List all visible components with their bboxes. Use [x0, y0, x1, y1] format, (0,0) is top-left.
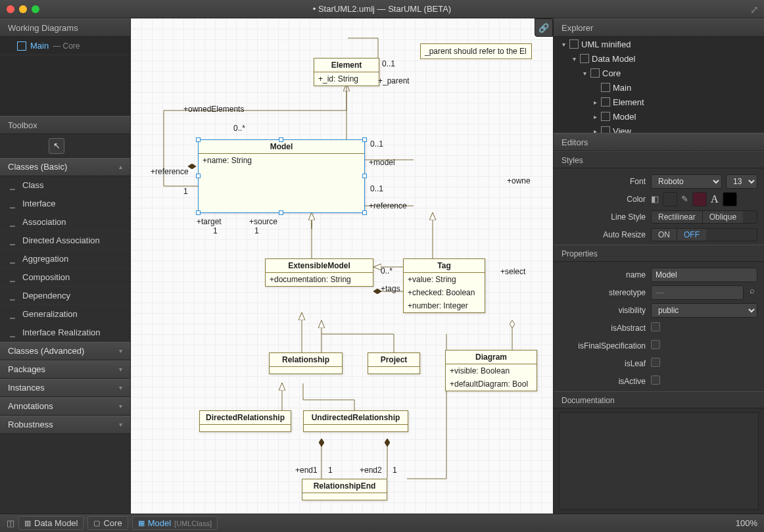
lbl-target: +target — [197, 217, 222, 226]
prop-stereotype-input[interactable] — [651, 285, 744, 300]
tool-group-header[interactable]: Annotations▾ — [0, 397, 130, 416]
tree-node-icon — [601, 126, 610, 133]
class-relationship-end[interactable]: RelationshipEnd — [302, 479, 387, 500]
breadcrumb-item[interactable]: ▢Core — [87, 516, 128, 530]
tool-item[interactable]: ⎯Composition — [0, 268, 130, 287]
pencil-icon[interactable]: ✎ — [681, 194, 688, 204]
lbl-mult01b: 0..1 — [370, 139, 383, 149]
tree-node-icon — [590, 68, 600, 78]
tree-item[interactable]: ▸Model — [554, 109, 764, 124]
documentation-textarea[interactable] — [559, 412, 759, 510]
tool-icon: ⎯ — [8, 310, 17, 319]
tool-group-header[interactable]: Packages▾ — [0, 360, 130, 379]
panel-link-icon[interactable]: 🔗 — [535, 18, 553, 37]
text-color-swatch[interactable] — [723, 192, 737, 206]
tree-item[interactable]: ▾UML minified — [554, 37, 764, 51]
close-window-icon[interactable] — [7, 5, 14, 13]
class-model-selected[interactable]: Model +name: String — [198, 139, 365, 213]
prop-isleaf-checkbox[interactable] — [651, 358, 660, 367]
color-palette-icon[interactable]: ◧ — [651, 194, 659, 204]
class-diagram[interactable]: Diagram +visible: Boolean +defaultDiagra… — [445, 350, 537, 391]
minimize-window-icon[interactable] — [19, 5, 27, 13]
tool-icon: ⎯ — [8, 254, 17, 264]
editors-header: Editors — [554, 133, 764, 151]
working-diagrams-header: Working Diagrams — [0, 18, 130, 37]
class-element[interactable]: Element +_id: String — [314, 58, 379, 86]
tool-group-header[interactable]: Robustness▾ — [0, 416, 130, 434]
tool-item[interactable]: ⎯Association — [0, 213, 130, 231]
prop-isfinal-checkbox[interactable] — [651, 340, 660, 349]
auto-resize-toggle[interactable]: ONOFF — [651, 228, 757, 241]
styles-header: Styles — [554, 151, 764, 168]
tree-item[interactable]: ▸View — [554, 124, 764, 133]
fill-color-swatch[interactable] — [663, 192, 677, 206]
tool-item[interactable]: ⎯Interface Realization — [0, 324, 130, 342]
documentation-header: Documentation — [554, 391, 764, 408]
working-diagram-item[interactable]: Main — Core — [0, 37, 130, 55]
prop-isactive-checkbox[interactable] — [651, 375, 660, 385]
tool-icon: ⎯ — [8, 218, 17, 227]
tree-item[interactable]: Main — [554, 80, 764, 95]
lbl-end1: +end1 — [295, 466, 318, 475]
tree-node-icon — [569, 39, 579, 49]
breadcrumb-item[interactable]: ▥Data Model — [18, 516, 84, 530]
tree-item[interactable]: ▾Data Model — [554, 51, 764, 66]
prop-visibility-select[interactable]: public — [651, 303, 757, 318]
lbl-tags-mult: 0..* — [381, 266, 393, 276]
text-color-icon: A — [711, 193, 719, 205]
class-extensible-model[interactable]: ExtensibleModel +documentation: String — [265, 258, 373, 287]
enter-fullscreen-icon[interactable]: ⤢ — [750, 4, 759, 16]
lbl-source-one: 1 — [254, 226, 259, 235]
zoom-window-icon[interactable] — [32, 5, 39, 13]
project-icon[interactable]: ◫ — [7, 518, 14, 528]
prop-isabstract-checkbox[interactable] — [651, 322, 660, 331]
lbl-tags: +tags — [381, 284, 400, 293]
font-family-select[interactable]: Roboto — [651, 174, 722, 189]
zoom-level[interactable]: 100% — [736, 518, 757, 528]
lbl-owned-elements: +ownedElements — [183, 105, 244, 114]
breadcrumb-item-active[interactable]: ▦Model[UMLClass] — [132, 516, 218, 530]
window-title: • StarUML2.umlj — StarUML (BETA) — [0, 4, 764, 14]
tool-group-header[interactable]: Classes (Advanced)▾ — [0, 342, 130, 360]
tree-item[interactable]: ▸Element — [554, 95, 764, 109]
working-diagram-sub: — Core — [53, 41, 80, 51]
tool-group-header[interactable]: Instances▾ — [0, 379, 130, 397]
toolbox-cursor-row: ↖ — [0, 134, 130, 158]
tool-item[interactable]: ⎯Dependency — [0, 287, 130, 305]
tool-item[interactable]: ⎯Interface — [0, 195, 130, 213]
note-comment[interactable]: _parent should refer to the El — [420, 43, 532, 59]
diagram-canvas[interactable]: 🔗 — [130, 18, 554, 514]
lbl-end2-one: 1 — [393, 466, 397, 475]
class-relationship[interactable]: Relationship — [269, 352, 343, 374]
class-tag[interactable]: Tag +value: String +checked: Boolean +nu… — [403, 258, 485, 313]
lbl-source: +source — [249, 217, 277, 226]
tree-node-icon — [580, 54, 589, 63]
tool-icon: ⎯ — [8, 291, 17, 301]
tool-group-header[interactable]: Classes (Basic)▴ — [0, 158, 130, 176]
lbl-mult01c: 0..1 — [370, 184, 383, 193]
tool-item[interactable]: ⎯Generalization — [0, 305, 130, 324]
tool-item[interactable]: ⎯Class — [0, 176, 130, 195]
tool-item[interactable]: ⎯Directed Association — [0, 231, 130, 250]
explorer-tree: ▾UML minified▾Data Model▾CoreMain▸Elemen… — [554, 37, 764, 133]
working-diagrams-list: Main — Core — [0, 37, 130, 116]
lbl-model: +model — [369, 158, 395, 167]
title-bar: • StarUML2.umlj — StarUML (BETA) ⤢ — [0, 0, 764, 18]
line-color-swatch[interactable] — [692, 192, 707, 206]
prop-name-input[interactable] — [651, 268, 757, 282]
font-size-select[interactable]: 13 — [726, 174, 757, 189]
tree-item[interactable]: ▾Core — [554, 66, 764, 80]
tree-node-icon — [601, 97, 610, 107]
class-directed-relationship[interactable]: DirectedRelationship — [199, 410, 291, 432]
selection-tool-button[interactable]: ↖ — [49, 138, 64, 154]
search-icon[interactable]: ⌕ — [748, 285, 757, 300]
tree-node-icon — [601, 112, 610, 121]
tool-item[interactable]: ⎯Aggregation — [0, 250, 130, 268]
class-project[interactable]: Project — [368, 352, 420, 374]
lbl-mult: 0..* — [233, 124, 245, 133]
class-undirected-relationship[interactable]: UndirectedRelationship — [303, 410, 408, 432]
tool-icon: ⎯ — [8, 236, 17, 245]
tree-node-icon — [601, 83, 610, 92]
line-style-toggle[interactable]: RectilinearOblique — [651, 210, 757, 224]
explorer-header: Explorer — [554, 18, 764, 37]
